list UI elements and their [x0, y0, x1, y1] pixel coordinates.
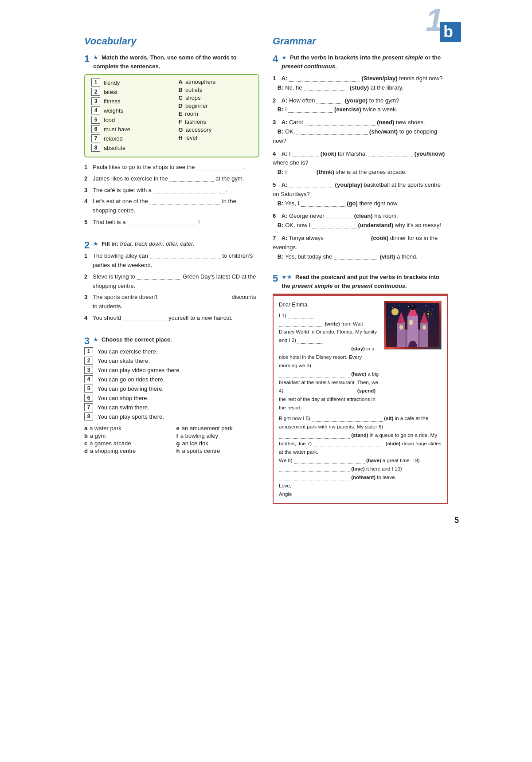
blank-g1a[interactable]: [289, 75, 360, 82]
blank-g6b[interactable]: [312, 222, 356, 228]
blank-g6a[interactable]: [326, 213, 352, 219]
ex3-num-7: 7: [84, 403, 93, 411]
speaker-b-5: B:: [278, 200, 284, 207]
exercise-1-instruction: ★ Match the words. Then, use some of the…: [84, 53, 259, 71]
speaker-b-6: B:: [278, 222, 284, 228]
svg-point-24: [411, 306, 415, 310]
answer-e: e an amusement park: [176, 425, 260, 432]
vocab-word-5: food: [104, 117, 115, 123]
blank-1-4[interactable]: [149, 198, 220, 204]
blank-p3[interactable]: [279, 372, 350, 377]
blank-p8[interactable]: [294, 458, 365, 464]
blank-2-4[interactable]: [122, 315, 167, 321]
ex3-row-8: 8 You can play sports there.: [84, 412, 259, 420]
blank-g4b[interactable]: [288, 169, 315, 175]
vocab-row-5: 5 food: [91, 116, 165, 124]
vocab-word-8: absolute: [104, 145, 125, 151]
vocab-word-4: weights: [104, 107, 123, 114]
blank-p9[interactable]: [279, 467, 350, 472]
sentence-1-3: 3 The café is quiet with a .: [84, 186, 259, 195]
vocab-match-word-d: beginner: [185, 102, 208, 109]
blank-2-2[interactable]: [137, 274, 181, 280]
sentence-num: 3: [84, 186, 90, 195]
blank-g4a1[interactable]: [292, 151, 319, 157]
svg-rect-17: [409, 320, 413, 325]
vocab-row-4: 4 weights: [91, 106, 165, 114]
blank-g2a[interactable]: [317, 98, 343, 104]
blank-p5[interactable]: [312, 416, 383, 422]
sentence-num: 2: [84, 174, 90, 184]
postcard-inner: Dear Emma, I 1) (write) from Walt Disney…: [279, 301, 442, 412]
blank-g1b[interactable]: [304, 85, 348, 91]
grammar-item-2: 2 A: How often (you/go) to the gym? B: I…: [273, 96, 448, 115]
ex3-num-4: 4: [84, 375, 93, 383]
blank-1-3[interactable]: [153, 187, 224, 193]
blank-g3b[interactable]: [297, 129, 368, 135]
speaker-a-2: A:: [282, 97, 288, 104]
blank-g4a2[interactable]: [368, 151, 413, 157]
grammar-item-3: 3 A: Carol (need) new shoes. B: OK. (she…: [273, 118, 448, 145]
answer-text-h: a sports centre: [182, 448, 220, 454]
svg-point-3: [408, 306, 409, 307]
sentence-num: 4: [84, 197, 90, 216]
star-icon-2: ★: [93, 240, 98, 247]
speaker-a-1: A:: [282, 75, 288, 82]
blank-g5a[interactable]: [289, 182, 333, 188]
speaker-b-4: B:: [278, 169, 284, 175]
star-icon-1: ★: [93, 54, 98, 61]
vocab-match-word-f: fashions: [184, 118, 206, 125]
blank-g2b[interactable]: [288, 106, 332, 113]
postcard-image: [384, 301, 442, 350]
exercise-5: 5 ★★ Read the postcard and put the verbs…: [273, 273, 448, 504]
answer-text-c: a games arcade: [90, 440, 131, 447]
sentence-num: 2: [84, 272, 90, 291]
blank-p1b[interactable]: [279, 322, 323, 327]
exercise-4-instruction: ★ Put the verbs in brackets into the pre…: [273, 53, 448, 71]
answer-letter-d: d: [84, 448, 88, 454]
sentence-2-1: 1 The bowling alley can to children's pa…: [84, 251, 259, 270]
speaker-b-1: B:: [278, 84, 284, 91]
exercise-4-num: 4: [273, 53, 278, 65]
vocab-row-1: 1 trendy: [91, 79, 165, 86]
blank-p2[interactable]: [297, 338, 324, 344]
star-icon-5: ★★: [282, 274, 292, 280]
blank-g5b[interactable]: [301, 200, 345, 207]
blank-g7b[interactable]: [334, 254, 378, 260]
vocab-letter-f: F: [179, 118, 182, 125]
blank-p7[interactable]: [313, 441, 384, 447]
blank-p4[interactable]: [285, 389, 356, 394]
vocab-num-2: 2: [91, 88, 100, 96]
blank-1-5[interactable]: [127, 219, 198, 225]
exercise-4: 4 ★ Put the verbs in brackets into the p…: [273, 53, 448, 265]
blank-p10[interactable]: [279, 475, 350, 481]
vocab-row-3: 3 fitness: [91, 97, 165, 105]
answer-text-b: a gym: [90, 432, 106, 439]
sentence-num: 1: [84, 251, 90, 270]
speaker-a-5: A:: [282, 181, 288, 188]
svg-point-5: [426, 305, 426, 306]
star-icon-3: ★: [93, 336, 98, 343]
postcard-text: Dear Emma, I 1) (write) from Walt Disney…: [279, 301, 379, 412]
svg-point-26: [414, 305, 417, 308]
vocabulary-section: Vocabulary 1 ★ Match the words. Then, us…: [84, 35, 259, 512]
blank-p6[interactable]: [279, 433, 350, 439]
ex3-num-1: 1: [84, 347, 93, 355]
answer-c: c a games arcade: [84, 440, 168, 447]
blank-2-1[interactable]: [150, 253, 221, 259]
blank-g7a[interactable]: [325, 235, 369, 241]
blank-2-3[interactable]: [159, 294, 230, 300]
main-content: Vocabulary 1 ★ Match the words. Then, us…: [84, 35, 448, 512]
svg-point-6: [432, 310, 433, 310]
blank-1-1[interactable]: [196, 164, 241, 170]
blank-g3a[interactable]: [305, 119, 376, 126]
vocab-right-col: A atmosphere B outlets C shops D beginne…: [179, 79, 253, 153]
blank-1-2[interactable]: [169, 176, 214, 182]
blank-p1[interactable]: [288, 313, 314, 319]
blank-p2b[interactable]: [279, 346, 350, 352]
star-icon-4: ★: [282, 54, 287, 61]
vocab-letter-b: B: [179, 86, 183, 93]
ex3-text-8: You can play sports there.: [98, 413, 164, 420]
speaker-b-2: B:: [278, 106, 284, 113]
sentence-num: 5: [84, 218, 90, 227]
answer-letter-e: e: [176, 425, 180, 432]
